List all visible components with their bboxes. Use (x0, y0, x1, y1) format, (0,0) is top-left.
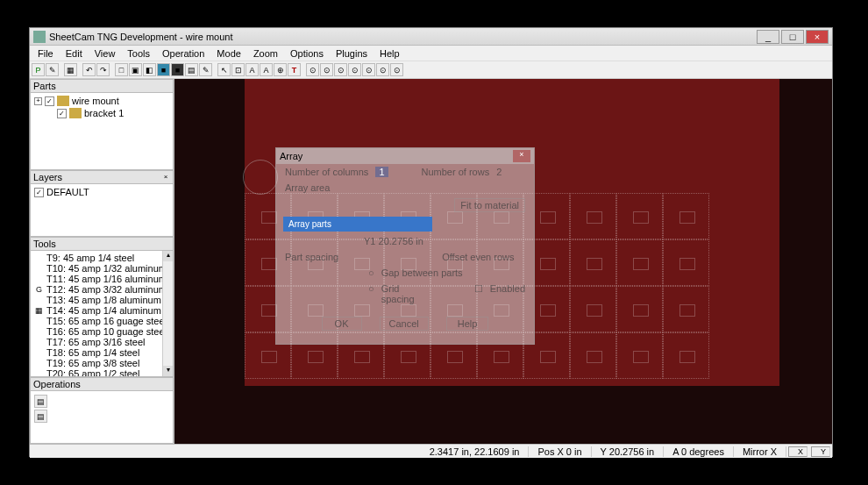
tool-btn-11[interactable]: ▤ (185, 63, 198, 76)
menu-file[interactable]: File (32, 46, 60, 61)
menu-view[interactable]: View (89, 46, 122, 61)
nested-part[interactable] (616, 193, 663, 239)
tool-item[interactable]: T20: 65 amp 1/2 steel (32, 368, 171, 377)
enabled-check[interactable]: Enabled (490, 283, 525, 304)
tool-btn-23[interactable]: ⊙ (362, 63, 375, 76)
nested-part[interactable] (570, 286, 616, 332)
nested-part[interactable] (570, 239, 616, 286)
scroll-down-icon[interactable]: ▾ (163, 366, 173, 376)
tool-item[interactable]: T9: 45 amp 1/4 steel (32, 253, 171, 263)
nested-part[interactable] (616, 332, 663, 379)
nested-part[interactable] (663, 332, 709, 379)
run-icon[interactable]: P (32, 63, 45, 76)
tool-label: T19: 65 amp 3/8 steel (46, 358, 139, 368)
menu-mode[interactable]: Mode (210, 46, 247, 61)
menu-options[interactable]: Options (284, 46, 330, 61)
maximize-button[interactable]: □ (781, 30, 804, 44)
tool-item[interactable]: T18: 65 amp 1/4 steel (32, 347, 171, 358)
canvas[interactable]: Array × Number of columns 1 Number of ro… (174, 79, 832, 444)
expand-icon[interactable]: + (34, 97, 42, 105)
tool-btn-14[interactable]: ⊡ (231, 63, 245, 76)
cursor-icon[interactable]: ↖ (217, 63, 231, 76)
tool-icon (34, 274, 44, 283)
scrollbar[interactable]: ▴ ▾ (162, 251, 173, 376)
menu-zoom[interactable]: Zoom (247, 46, 284, 61)
scroll-up-icon[interactable]: ▴ (163, 251, 173, 261)
tool-item[interactable]: T13: 45 amp 1/8 aluminum (32, 295, 171, 305)
tool-btn-25[interactable]: ⊙ (390, 63, 403, 76)
tool-label: T12: 45 amp 3/32 aluminum (46, 284, 167, 295)
undo-icon[interactable]: ↶ (82, 63, 96, 76)
menu-operation[interactable]: Operation (156, 46, 210, 61)
tool-item[interactable]: T11: 45 amp 1/16 aluminum (32, 274, 171, 284)
tool-icon (34, 358, 44, 367)
tool-item[interactable]: T17: 65 amp 3/16 steel (32, 337, 171, 347)
layer-default[interactable]: ✓ DEFAULT (32, 186, 171, 198)
tool-btn-3[interactable]: ▦ (64, 63, 77, 76)
joystick-overlay[interactable] (243, 160, 278, 195)
mirror-x-button[interactable]: X (788, 446, 808, 457)
close-button[interactable]: × (806, 30, 829, 44)
parts-panel: + ✓ wire mount ✓ bracket 1 (30, 93, 174, 170)
gap-radio[interactable]: Gap between parts (381, 267, 463, 278)
text-icon[interactable]: T (288, 63, 301, 76)
nested-part[interactable] (570, 332, 616, 379)
rows-input[interactable]: 2 (496, 167, 502, 177)
tool-btn-22[interactable]: ⊙ (348, 63, 361, 76)
tool-item[interactable]: ▦T14: 45 amp 1/4 aluminum (32, 305, 171, 316)
part-bracket-1[interactable]: ✓ bracket 1 (32, 107, 171, 119)
nested-part[interactable] (663, 193, 709, 239)
ok-button[interactable]: OK (322, 317, 362, 331)
checkbox[interactable]: ✓ (34, 188, 44, 197)
tool-item[interactable]: T16: 65 amp 10 guage steel (32, 326, 171, 337)
tool-item[interactable]: T19: 65 amp 3/8 steel (32, 358, 171, 368)
fit-button[interactable]: Fit to material (454, 198, 525, 212)
help-button[interactable]: Help (446, 317, 489, 331)
tool-btn-16[interactable]: A (260, 63, 273, 76)
menu-edit[interactable]: Edit (60, 46, 89, 61)
array-dialog[interactable]: Array × Number of columns 1 Number of ro… (275, 147, 535, 345)
cols-input[interactable]: 1 (375, 167, 388, 177)
tool-btn-10[interactable]: ■ (171, 63, 184, 76)
part-wire-mount[interactable]: + ✓ wire mount (32, 95, 171, 107)
tool-btn-8[interactable]: ◧ (143, 63, 156, 76)
op-btn-2[interactable]: ▤ (34, 410, 47, 423)
checkbox[interactable]: ✓ (57, 109, 67, 118)
op-btn-1[interactable]: ▤ (34, 395, 47, 408)
menu-plugins[interactable]: Plugins (330, 46, 374, 61)
tool-btn-21[interactable]: ⊙ (334, 63, 347, 76)
tool-btn-17[interactable]: ⊕ (274, 63, 287, 76)
grid-radio[interactable]: Grid spacing (381, 283, 432, 304)
nested-part[interactable] (616, 286, 663, 332)
tool-btn-24[interactable]: ⊙ (376, 63, 389, 76)
checkbox[interactable]: ✓ (45, 96, 54, 106)
nested-part[interactable] (616, 239, 663, 286)
tool-btn-9[interactable]: ■ (157, 63, 170, 76)
tool-item[interactable]: GT12: 45 amp 3/32 aluminum (32, 284, 171, 295)
menu-tools[interactable]: Tools (121, 46, 156, 61)
tool-btn-12[interactable]: ✎ (199, 63, 212, 76)
cancel-button[interactable]: Cancel (380, 317, 429, 331)
tool-btn-19[interactable]: ⊙ (306, 63, 319, 76)
left-sidebar: Parts + ✓ wire mount ✓ bracket 1 Layers×… (30, 79, 174, 444)
tool-btn-15[interactable]: A (245, 63, 259, 76)
tool-btn-20[interactable]: ⊙ (320, 63, 333, 76)
titlebar[interactable]: SheetCam TNG Development - wire mount _ … (30, 28, 832, 46)
close-panel-icon[interactable]: × (161, 173, 170, 182)
redo-icon[interactable]: ↷ (96, 63, 110, 76)
tool-btn-6[interactable]: □ (115, 63, 128, 76)
nested-part[interactable] (570, 193, 616, 239)
tool-btn-7[interactable]: ▣ (129, 63, 142, 76)
nested-part[interactable] (663, 286, 709, 332)
mirror-y-button[interactable]: Y (811, 446, 830, 457)
dialog-titlebar[interactable]: Array × (276, 148, 534, 164)
tool-btn-2[interactable]: ✎ (46, 63, 59, 76)
minimize-button[interactable]: _ (757, 30, 779, 44)
dialog-close-icon[interactable]: × (513, 150, 530, 162)
array-parts-dropdown[interactable]: Array parts (283, 217, 432, 232)
menu-help[interactable]: Help (374, 46, 406, 61)
nested-part[interactable] (663, 239, 709, 286)
tool-item[interactable]: T15: 65 amp 16 guage steel (32, 316, 171, 326)
tool-item[interactable]: T10: 45 amp 1/32 aluminum (32, 263, 171, 274)
tool-icon (34, 253, 44, 262)
